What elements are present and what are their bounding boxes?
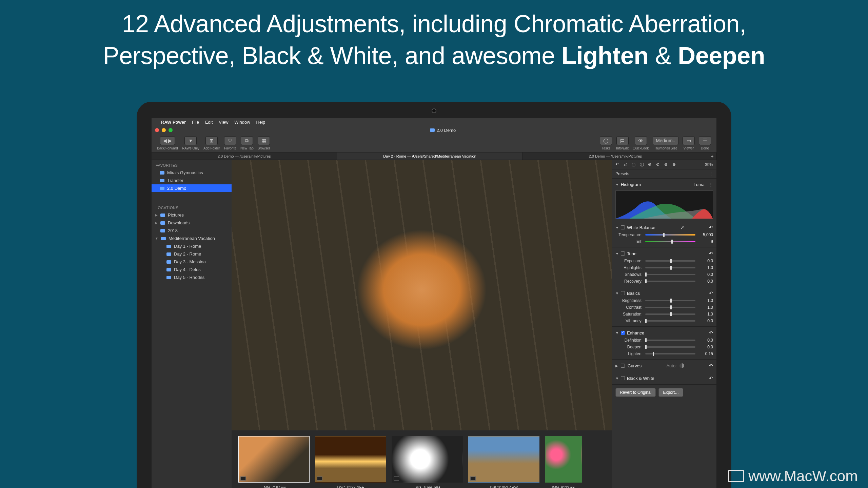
info-edit-button[interactable]: ▤ <box>616 136 629 145</box>
saturation-slider[interactable] <box>645 313 695 315</box>
basics-checkbox[interactable] <box>621 291 625 295</box>
disclosure-right-icon[interactable]: ▶ <box>155 213 158 217</box>
back-forward-button[interactable]: ◀ ▶ <box>160 136 175 145</box>
brightness-slider[interactable] <box>645 300 695 301</box>
zoom-button[interactable] <box>169 128 173 132</box>
disclosure-down-icon[interactable]: ▼ <box>615 183 619 186</box>
crop-icon[interactable]: ▢ <box>632 162 637 167</box>
sidebar-item-favorite[interactable]: Transfer <box>152 177 232 184</box>
disclosure-right-icon[interactable]: ▶ <box>155 221 158 225</box>
contrast-slider[interactable] <box>645 307 695 308</box>
sidebar-item-child[interactable]: Day 5 - Rhodes <box>152 273 232 281</box>
eyedropper-icon[interactable]: ⤢ <box>680 225 684 230</box>
sidebar-item-child[interactable]: Day 2 - Rome <box>152 250 232 258</box>
tone-checkbox[interactable] <box>621 251 625 256</box>
highlights-slider[interactable] <box>645 267 695 268</box>
thumbnail[interactable]: _MG_7187.jpg <box>238 436 310 488</box>
raw-badge-icon <box>317 476 322 481</box>
raws-only-button[interactable]: ▼ <box>184 136 197 145</box>
app-name[interactable]: RAW Power <box>161 120 186 125</box>
filter-icon: ▼ <box>188 138 193 143</box>
browser-button[interactable]: ▦ <box>258 136 270 145</box>
sidebar-item-child[interactable]: Day 3 - Messina <box>152 258 232 266</box>
quicklook-button[interactable]: 👁 <box>635 136 647 145</box>
viewer-icon: ▭ <box>687 138 691 143</box>
menu-icon[interactable]: ⋮ <box>709 182 713 187</box>
done-button[interactable]: ☰ <box>699 136 711 145</box>
thumbnail[interactable]: DSC01052.ARW <box>468 436 539 488</box>
lighten-slider[interactable] <box>645 353 695 354</box>
recovery-slider[interactable] <box>645 281 695 282</box>
histogram-mode[interactable]: Luma <box>693 182 705 187</box>
tint-slider[interactable] <box>645 241 695 242</box>
menu-file[interactable]: File <box>192 120 199 125</box>
thumbnail[interactable]: IMG_9132.jpg <box>545 436 582 488</box>
tab-3[interactable]: 2.0 Demo — /Users/nik/Pictures <box>523 152 708 160</box>
menu-edit[interactable]: Edit <box>205 120 213 125</box>
wb-checkbox[interactable] <box>621 225 625 229</box>
vibrancy-slider[interactable] <box>645 320 695 322</box>
disclosure-down-icon[interactable]: ▼ <box>615 377 619 380</box>
sidebar-item-favorite[interactable]: Mira's Gymnastics <box>152 169 232 177</box>
bw-checkbox[interactable] <box>621 376 625 380</box>
sidebar-item-child[interactable]: Day 1 - Rome <box>152 242 232 250</box>
presets-menu-icon[interactable]: ⋮ <box>709 171 713 176</box>
sidebar-item-favorite-selected[interactable]: 2.0 Demo <box>152 184 232 192</box>
zoom-value: 39% <box>705 162 713 167</box>
reset-icon[interactable]: ↶ <box>709 375 713 381</box>
tab-2[interactable]: Day 2 - Rome — /Users/Shared/Mediterrane… <box>337 152 522 160</box>
thumbnail-size-select[interactable]: Medium ⌄ <box>653 136 678 145</box>
reset-icon[interactable]: ↶ <box>709 251 713 256</box>
sidebar-item-location[interactable]: ▼Mediterranean Vacation <box>152 235 232 242</box>
disclosure-down-icon[interactable]: ▼ <box>615 291 619 295</box>
zoom-100-icon[interactable]: ⊚ <box>664 162 670 167</box>
sidebar-item-child[interactable]: Day 4 - Delos <box>152 266 232 273</box>
new-tab-button[interactable]: ⧉ <box>241 136 253 145</box>
add-tab-button[interactable]: + <box>708 152 716 160</box>
enhance-checkbox[interactable] <box>621 331 625 335</box>
menu-help[interactable]: Help <box>256 120 265 125</box>
minimize-button[interactable] <box>162 128 166 132</box>
menu-window[interactable]: Window <box>234 120 250 125</box>
reset-icon[interactable]: ↶ <box>709 330 713 336</box>
menu-view[interactable]: View <box>219 120 228 125</box>
reset-icon[interactable]: ↶ <box>709 363 713 368</box>
tasks-button[interactable]: ◯ <box>600 136 612 145</box>
rotate-icon[interactable]: ↶ <box>615 162 621 167</box>
exposure-slider[interactable] <box>645 260 695 262</box>
favorite-button[interactable]: ♡ <box>224 136 236 145</box>
reset-icon[interactable]: ↶ <box>709 225 713 230</box>
close-button[interactable] <box>155 128 159 132</box>
add-folder-button[interactable]: ⊞ <box>205 136 218 145</box>
disclosure-down-icon[interactable]: ▼ <box>615 226 619 229</box>
disclosure-right-icon[interactable]: ▶ <box>615 364 618 368</box>
disclosure-down-icon[interactable]: ▼ <box>155 237 158 240</box>
revert-button[interactable]: Revert to Original <box>615 388 656 397</box>
sidebar-item-location[interactable]: ▶2018 <box>152 227 232 235</box>
definition-slider[interactable] <box>645 340 695 341</box>
viewer-button[interactable]: ▭ <box>683 136 695 145</box>
disclosure-down-icon[interactable]: ▼ <box>615 252 619 256</box>
flip-icon[interactable]: ⇄ <box>624 162 629 167</box>
info-icon[interactable]: ⓘ <box>640 162 645 167</box>
sidebar-item-location[interactable]: ▶Downloads <box>152 219 232 227</box>
presets-label[interactable]: Presets <box>615 171 629 176</box>
shadows-slider[interactable] <box>645 274 695 275</box>
zoom-fit-icon[interactable]: ⊙ <box>656 162 662 167</box>
zoom-in-icon[interactable]: ⊕ <box>672 162 678 167</box>
traffic-lights[interactable] <box>155 128 173 132</box>
temperature-slider[interactable] <box>645 234 695 236</box>
zoom-out-icon[interactable]: ⊖ <box>648 162 653 167</box>
auto-curves-icon[interactable] <box>679 363 684 368</box>
sidebar-item-location[interactable]: ▶Pictures <box>152 211 232 219</box>
image-canvas[interactable] <box>232 160 612 430</box>
export-button[interactable]: Export… <box>658 388 683 397</box>
thumbnail[interactable]: IMG_1099.JPG <box>392 436 463 488</box>
macos-menubar[interactable]: RAW Power File Edit View Window Help <box>152 118 716 126</box>
reset-icon[interactable]: ↶ <box>709 290 713 296</box>
curves-checkbox[interactable] <box>621 364 625 368</box>
disclosure-down-icon[interactable]: ▼ <box>615 331 619 335</box>
thumbnail[interactable]: DSC_0322.NEF <box>315 436 386 488</box>
tab-1[interactable]: 2.0 Demo — /Users/nik/Pictures <box>152 152 337 160</box>
deepen-slider[interactable] <box>645 346 695 348</box>
